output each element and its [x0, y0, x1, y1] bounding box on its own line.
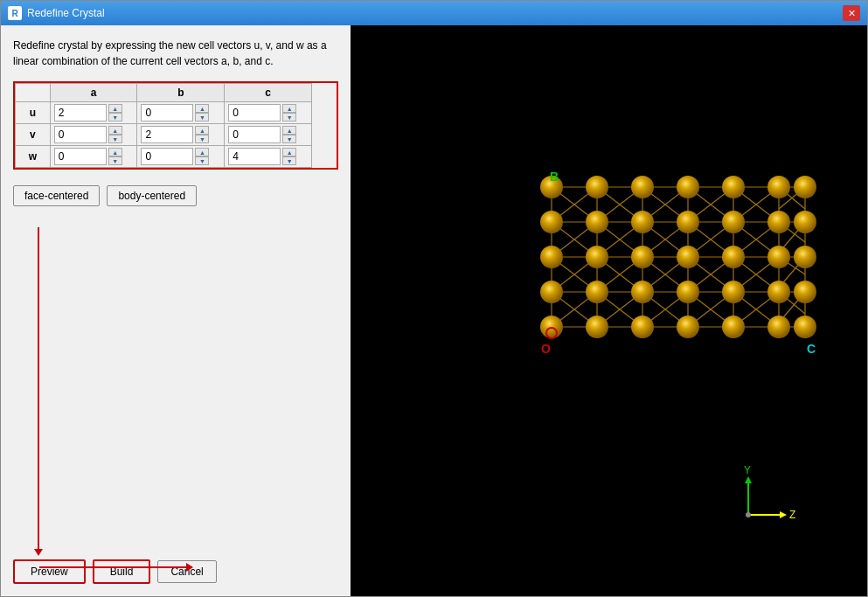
arrow-down-line — [38, 227, 39, 555]
input-w-b[interactable] — [141, 148, 193, 165]
spin-down-w-c[interactable]: ▼ — [282, 156, 296, 165]
description-text: Redefine crystal by expressing the new c… — [13, 38, 338, 69]
close-button[interactable]: ✕ — [843, 5, 860, 21]
spin-down-u-c[interactable]: ▼ — [282, 113, 296, 121]
col-header-c: c — [225, 84, 312, 102]
cell-u-c: ▲ ▼ — [225, 102, 312, 124]
svg-point-75 — [586, 246, 608, 268]
svg-point-84 — [677, 281, 699, 303]
title-bar-controls: ✕ — [843, 5, 860, 21]
axis-origin — [746, 512, 751, 517]
matrix-row-w: w ▲ ▼ — [16, 146, 312, 168]
cell-w-b: ▲ ▼ — [137, 146, 225, 168]
spin-v-c: ▲ ▼ — [282, 126, 296, 143]
cell-w-c: ▲ ▼ — [225, 146, 312, 168]
svg-point-85 — [722, 281, 745, 303]
row-label-w: w — [16, 146, 51, 168]
svg-point-79 — [767, 246, 790, 268]
svg-point-64 — [722, 176, 745, 198]
matrix-row-u: u ▲ ▼ — [16, 102, 312, 124]
spin-up-u-c[interactable]: ▲ — [282, 104, 296, 113]
input-w-a[interactable] — [54, 148, 107, 165]
centering-buttons: face-centered body-centered — [13, 185, 338, 206]
window-icon: R — [8, 6, 22, 20]
window-title: Redefine Crystal — [27, 7, 105, 19]
spin-down-w-a[interactable]: ▼ — [108, 156, 122, 165]
svg-point-91 — [677, 316, 699, 338]
crystal-svg: B O C Y Z — [351, 25, 840, 567]
cell-v-a: ▲ ▼ — [50, 124, 137, 146]
arrow-down-head — [34, 549, 43, 556]
y-axis-arrow — [745, 476, 752, 483]
svg-point-74 — [540, 246, 563, 268]
svg-point-76 — [631, 246, 654, 268]
svg-point-66 — [794, 176, 816, 198]
c-label: C — [807, 342, 816, 356]
spin-up-w-b[interactable]: ▲ — [195, 148, 209, 156]
spin-down-u-a[interactable]: ▼ — [108, 113, 122, 121]
preview-button[interactable]: Preview — [13, 559, 86, 584]
spin-u-b: ▲ ▼ — [195, 104, 209, 121]
z-axis-arrow — [780, 511, 787, 518]
face-centered-button[interactable]: face-centered — [13, 185, 100, 206]
spin-up-u-a[interactable]: ▲ — [108, 104, 122, 113]
svg-point-93 — [767, 316, 790, 338]
spin-up-w-c[interactable]: ▲ — [282, 148, 296, 156]
spin-up-u-b[interactable]: ▲ — [195, 104, 209, 113]
spin-w-a: ▲ ▼ — [108, 148, 122, 165]
svg-point-89 — [586, 316, 608, 338]
matrix-wrapper: a b c u — [13, 81, 338, 170]
col-header-b: b — [137, 84, 225, 102]
cell-u-a: ▲ ▼ — [50, 102, 137, 124]
svg-point-81 — [540, 281, 563, 303]
cell-v-b: ▲ ▼ — [137, 124, 225, 146]
svg-point-73 — [794, 211, 816, 233]
svg-point-63 — [677, 176, 699, 198]
svg-point-62 — [631, 176, 654, 198]
matrix-table: a b c u — [15, 83, 312, 168]
crystal-viewport: B O C Y Z — [351, 25, 867, 596]
spin-down-v-b[interactable]: ▼ — [195, 135, 209, 143]
main-window: R Redefine Crystal ✕ Redefine crystal by… — [0, 0, 868, 597]
title-bar-left: R Redefine Crystal — [8, 6, 105, 20]
svg-point-83 — [631, 281, 654, 303]
svg-point-68 — [586, 211, 608, 233]
arrow-right-line — [39, 566, 192, 568]
svg-point-70 — [677, 211, 699, 233]
body-centered-button[interactable]: body-centered — [107, 185, 197, 206]
input-u-a[interactable] — [54, 104, 107, 121]
spin-v-b: ▲ ▼ — [195, 126, 209, 143]
input-v-b[interactable] — [141, 126, 193, 143]
svg-point-77 — [677, 246, 699, 268]
b-label: B — [550, 170, 559, 184]
svg-point-65 — [767, 176, 790, 198]
spin-up-w-a[interactable]: ▲ — [108, 148, 122, 156]
row-label-v: v — [16, 124, 51, 146]
svg-point-80 — [794, 246, 816, 268]
svg-point-94 — [794, 316, 816, 338]
spin-w-c: ▲ ▼ — [282, 148, 296, 165]
input-u-b[interactable] — [141, 104, 193, 121]
input-w-c[interactable] — [228, 148, 281, 165]
bottom-section: Preview Build Cancel — [13, 551, 338, 584]
spin-down-u-b[interactable]: ▼ — [195, 113, 209, 121]
spin-v-a: ▲ ▼ — [108, 126, 122, 143]
svg-point-71 — [722, 211, 745, 233]
input-v-c[interactable] — [228, 126, 281, 143]
y-axis-label: Y — [744, 464, 751, 476]
svg-point-90 — [631, 316, 654, 338]
spin-down-v-a[interactable]: ▼ — [108, 135, 122, 143]
z-axis-label: Z — [789, 509, 795, 521]
spin-down-v-c[interactable]: ▼ — [282, 135, 296, 143]
spin-w-b: ▲ ▼ — [195, 148, 209, 165]
input-u-c[interactable] — [228, 104, 281, 121]
spin-down-w-b[interactable]: ▼ — [195, 156, 209, 165]
spin-u-a: ▲ ▼ — [108, 104, 122, 121]
spin-up-v-c[interactable]: ▲ — [282, 126, 296, 135]
col-header-a: a — [50, 84, 137, 102]
build-button[interactable]: Build — [93, 559, 151, 584]
spin-up-v-a[interactable]: ▲ — [108, 126, 122, 135]
arrow-right-head — [186, 563, 193, 572]
spin-up-v-b[interactable]: ▲ — [195, 126, 209, 135]
input-v-a[interactable] — [54, 126, 107, 143]
